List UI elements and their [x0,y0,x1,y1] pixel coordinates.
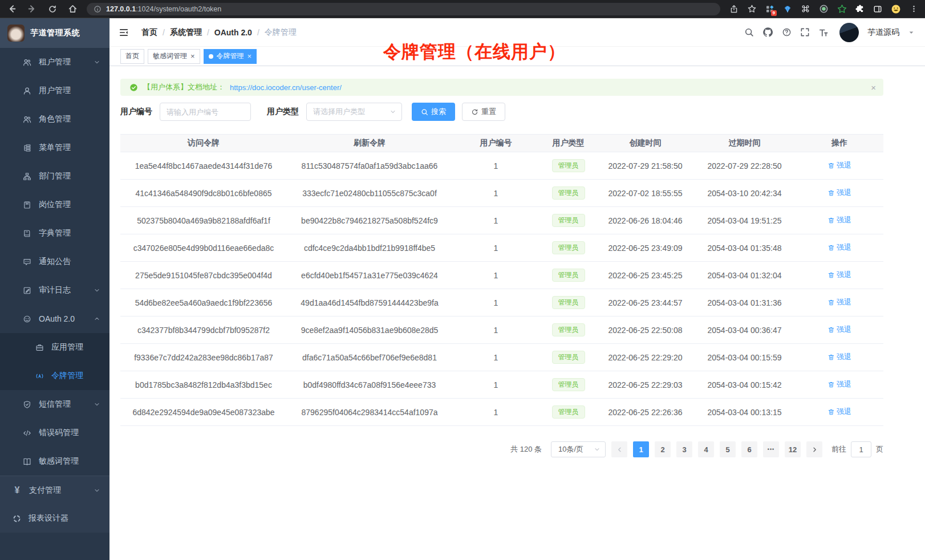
side-panel-icon[interactable] [873,5,882,14]
force-logout-button[interactable]: 强退 [827,324,851,335]
sidebar-item-dept[interactable]: 部门管理 [0,162,109,190]
tab-sensitive-word[interactable]: 敏感词管理 × [148,49,200,64]
sidebar-item-notice[interactable]: 通知公告 [0,247,109,276]
next-page-button[interactable] [806,441,822,457]
github-icon[interactable] [762,27,773,38]
url-bar[interactable]: 127.0.0.1:1024/system/oauth2/token [87,3,720,15]
page-button-5[interactable]: 5 [720,441,736,457]
force-logout-button[interactable]: 强退 [827,160,851,171]
extension-gem-icon[interactable] [783,5,792,14]
more-pages-button[interactable]: ••• [763,441,779,457]
close-icon[interactable]: × [190,52,195,60]
goto-page-input[interactable] [851,441,871,457]
browser-back-icon[interactable] [7,4,17,14]
browser-home-icon[interactable] [68,4,78,14]
caret-down-icon[interactable] [908,29,915,36]
sidebar-item-oauth2-token[interactable]: 令牌管理 [0,362,109,390]
force-logout-button[interactable]: 强退 [827,242,851,253]
site-info-icon[interactable] [94,5,102,13]
sidebar-item-post[interactable]: 岗位管理 [0,190,109,219]
page-button-3[interactable]: 3 [676,441,692,457]
page-button-12[interactable]: 12 [785,441,801,457]
reset-button[interactable]: 重置 [462,103,505,121]
cell-action: 强退 [796,152,883,180]
sidebar-item-pay[interactable]: ¥ 支付管理 [0,476,109,504]
prev-page-button[interactable] [611,441,627,457]
tab-home[interactable]: 首页 [120,49,144,64]
cell-user-type: 管理员 [539,316,597,344]
header-refresh-token: 刷新令牌 [287,135,452,152]
profile-avatar-icon[interactable] [891,4,901,14]
search-button[interactable]: 搜索 [412,103,455,121]
table-row: 275e5de9151045fe87cbdc395e004f4d e6cfd40… [120,262,883,289]
cell-action: 强退 [796,180,883,207]
doc-link[interactable]: https://doc.iocoder.cn/user-center/ [230,83,342,92]
extension-green-star-icon[interactable] [837,4,847,14]
extension-command-icon[interactable] [801,4,810,14]
dictionary-icon [23,229,31,238]
cell-user-type: 管理员 [539,399,597,426]
force-logout-button[interactable]: 强退 [827,379,851,389]
force-logout-button[interactable]: 强退 [827,188,851,198]
help-icon[interactable] [782,27,792,37]
sidebar-item-menu[interactable]: 菜单管理 [0,133,109,162]
browser-forward-icon[interactable] [27,4,37,14]
page-button-4[interactable]: 4 [698,441,714,457]
page-size-value: 10条/页 [558,444,583,455]
breadcrumb-system[interactable]: 系统管理 [170,27,202,38]
browser-menu-icon[interactable] [910,5,918,13]
bookmark-star-icon[interactable] [747,4,757,14]
table-row: f9336e7c7dd242a283ee98dc86b17a87 dfa6c71… [120,344,883,371]
table-row: c347026e805e4d99b0d116eae66eda8c cdfc4ce… [120,234,883,262]
sidebar-item-sms[interactable]: 短信管理 [0,390,109,419]
force-logout-button[interactable]: 强退 [827,297,851,307]
extension-blocks-icon[interactable]: 9 [765,5,774,14]
force-logout-button[interactable]: 强退 [827,352,851,362]
tab-token[interactable]: 令牌管理 × [204,49,257,64]
close-icon[interactable]: × [248,52,252,60]
browser-reload-icon[interactable] [48,5,57,14]
breadcrumb-home[interactable]: 首页 [141,27,157,38]
browser-actions: 9 [729,4,918,14]
extensions-puzzle-icon[interactable] [855,5,865,14]
sidebar-item-label: 用户管理 [39,86,71,96]
search-icon[interactable] [744,27,754,37]
sidebar-item-sensitive-word[interactable]: 敏感词管理 [0,447,109,476]
sidebar-item-oauth2[interactable]: OAuth 2.0 [0,305,109,333]
cell-action: 强退 [796,262,883,289]
share-icon[interactable] [729,5,739,14]
page-button-2[interactable]: 2 [655,441,671,457]
sidebar-item-user[interactable]: 用户管理 [0,76,109,105]
username[interactable]: 芋道源码 [867,27,899,38]
sidebar-fold-icon[interactable] [119,27,129,38]
sidebar-item-oauth2-app[interactable]: 应用管理 [0,333,109,362]
user-avatar[interactable] [839,23,859,42]
fullscreen-icon[interactable] [800,27,810,37]
refresh-icon [471,108,478,116]
user-id-input[interactable] [160,103,251,121]
sidebar-item-role[interactable]: 角色管理 [0,105,109,133]
cell-created: 2022-06-25 23:44:57 [597,289,693,316]
url-path: :1024/system/oauth2/token [136,5,221,13]
force-logout-button[interactable]: 强退 [827,407,851,417]
app-logo-bar[interactable]: 芋道管理系统 [0,18,109,48]
sidebar-item-audit-log[interactable]: 审计日志 [0,276,109,305]
sidebar-item-tenant[interactable]: 租户管理 [0,48,109,76]
user-type-select[interactable]: 请选择用户类型 [306,103,402,121]
sidebar-item-error-code[interactable]: 错误码管理 [0,419,109,447]
page-size-select[interactable]: 10条/页 [551,441,606,457]
font-size-icon[interactable] [818,27,829,38]
breadcrumb-oauth2[interactable]: OAuth 2.0 [214,28,252,37]
cell-action: 强退 [796,344,883,371]
alert-close-icon[interactable]: × [871,83,876,92]
cell-expires: 2022-07-29 22:28:50 [693,152,796,180]
force-logout-button[interactable]: 强退 [827,270,851,280]
extension-record-icon[interactable] [819,4,829,14]
sidebar-item-report-designer[interactable]: 报表设计器 [0,504,109,533]
page-button-6[interactable]: 6 [741,441,757,457]
open-book-icon [23,457,31,466]
force-logout-button[interactable]: 强退 [827,215,851,225]
alert-text: 【用户体系】文档地址： [143,82,225,92]
sidebar-item-dict[interactable]: 字典管理 [0,219,109,247]
page-button-1[interactable]: 1 [633,441,649,457]
